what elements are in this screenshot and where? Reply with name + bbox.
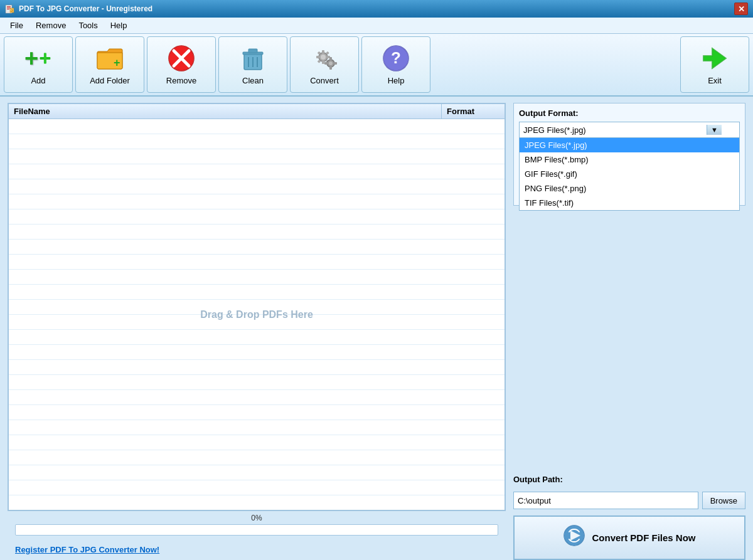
convert-icon — [311, 45, 338, 72]
format-option-jpeg[interactable]: JPEG Files(*.jpg) — [520, 138, 739, 152]
output-path-row: Browse — [513, 492, 745, 509]
format-dropdown: JPEG Files(*.jpg) BMP Files(*.bmp) GIF F… — [519, 138, 740, 211]
clean-label: Clean — [242, 76, 264, 85]
main-content: FileName Format Drag & Drop PDFs Here 0%… — [0, 97, 753, 560]
col-format: Format — [442, 104, 505, 119]
convert-toolbar-button[interactable]: Convert — [290, 36, 359, 93]
convert-now-icon — [563, 524, 585, 551]
clean-icon — [239, 45, 267, 72]
menu-bar: File Remove Tools Help — [0, 18, 753, 34]
svg-point-32 — [329, 61, 333, 65]
output-format-label: Output Format: — [519, 108, 740, 118]
format-select-arrow[interactable]: ▼ — [707, 125, 722, 135]
convert-label: Convert — [310, 76, 339, 85]
svg-rect-25 — [316, 56, 319, 58]
exit-label: Exit — [708, 76, 722, 85]
format-selected-text: JPEG Files(*.jpg) — [523, 125, 586, 135]
add-folder-icon: + — [96, 45, 124, 72]
file-list-header: FileName Format — [9, 104, 505, 119]
register-area: Register PDF To JPG Converter Now! — [8, 542, 506, 560]
exit-icon — [701, 45, 729, 72]
title-bar-left: J PDF To JPG Converter - Unregistered — [5, 4, 152, 14]
menu-tools[interactable]: Tools — [73, 19, 102, 31]
format-select-display[interactable]: JPEG Files(*.jpg) ▼ — [519, 122, 740, 138]
browse-button[interactable]: Browse — [702, 492, 745, 509]
col-filename: FileName — [9, 104, 442, 119]
add-folder-label: Add Folder — [90, 76, 130, 85]
menu-help[interactable]: Help — [105, 19, 132, 31]
format-option-bmp[interactable]: BMP Files(*.bmp) — [520, 152, 739, 167]
svg-rect-9 — [44, 53, 46, 63]
menu-remove[interactable]: Remove — [31, 19, 71, 31]
menu-file[interactable]: File — [5, 19, 28, 31]
toolbar: Add + Add Folder Remove — [0, 34, 753, 97]
format-option-tif[interactable]: TIF Files(*.tif) — [520, 196, 739, 210]
svg-text:+: + — [114, 56, 120, 69]
output-path-input[interactable] — [513, 492, 698, 509]
svg-rect-17 — [248, 49, 257, 53]
svg-marker-40 — [703, 48, 726, 68]
svg-rect-3 — [7, 9, 9, 9]
add-label: Add — [31, 76, 45, 85]
file-list[interactable]: FileName Format Drag & Drop PDFs Here — [8, 103, 506, 511]
output-path-label: Output Path: — [513, 475, 745, 484]
format-option-gif[interactable]: GIF Files(*.gif) — [520, 167, 739, 181]
remove-button[interactable]: Remove — [147, 36, 216, 93]
svg-rect-24 — [322, 61, 324, 64]
output-path-section: Output Path: Browse — [513, 475, 745, 509]
title-bar: J PDF To JPG Converter - Unregistered ✕ — [0, 0, 753, 18]
svg-rect-35 — [324, 62, 328, 65]
spacer — [513, 212, 745, 468]
format-option-png[interactable]: PNG Files(*.png) — [520, 181, 739, 196]
svg-rect-33 — [329, 57, 332, 60]
remove-label: Remove — [166, 76, 196, 85]
right-panel: Output Format: JPEG Files(*.jpg) ▼ JPEG … — [513, 103, 745, 560]
add-folder-button[interactable]: + Add Folder — [75, 36, 144, 93]
app-icon: J — [5, 4, 15, 14]
progress-bar-container — [15, 524, 498, 536]
svg-text:?: ? — [391, 48, 401, 67]
svg-rect-23 — [322, 50, 324, 53]
register-link[interactable]: Register PDF To JPG Converter Now! — [15, 545, 159, 554]
exit-button[interactable]: Exit — [680, 36, 749, 93]
svg-rect-36 — [334, 62, 337, 65]
help-label: Help — [388, 76, 405, 85]
left-section: FileName Format Drag & Drop PDFs Here 0%… — [8, 103, 506, 560]
clean-button[interactable]: Clean — [218, 36, 287, 93]
add-icon — [24, 45, 52, 72]
progress-label: 0% — [251, 514, 262, 522]
output-format-section: Output Format: JPEG Files(*.jpg) ▼ JPEG … — [513, 103, 745, 206]
convert-now-button[interactable]: Convert PDF Files Now — [513, 515, 745, 560]
svg-point-22 — [321, 55, 326, 60]
file-list-lines — [9, 119, 505, 510]
title-bar-title: PDF To JPG Converter - Unregistered — [19, 4, 152, 13]
svg-text:J: J — [11, 9, 13, 13]
format-select-container: JPEG Files(*.jpg) ▼ JPEG Files(*.jpg) BM… — [519, 122, 740, 138]
convert-now-label: Convert PDF Files Now — [592, 532, 695, 543]
svg-rect-34 — [329, 66, 332, 70]
add-button[interactable]: Add — [4, 36, 73, 93]
svg-rect-1 — [7, 6, 11, 7]
help-icon: ? — [382, 45, 410, 72]
progress-area: 0% — [8, 511, 506, 542]
help-button[interactable]: ? Help — [361, 36, 430, 93]
close-button[interactable]: ✕ — [734, 3, 748, 15]
remove-icon — [168, 45, 195, 72]
file-list-body[interactable]: Drag & Drop PDFs Here — [9, 119, 505, 510]
